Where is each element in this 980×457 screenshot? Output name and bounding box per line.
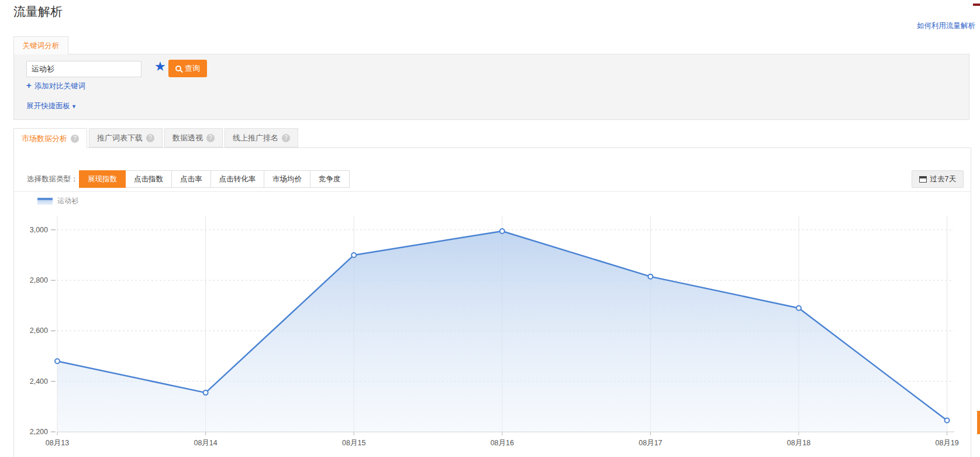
- help-icon[interactable]: ?: [282, 134, 290, 142]
- add-compare-keyword-label: 添加对比关键词: [34, 82, 86, 90]
- feedback-side-tab[interactable]: [977, 411, 980, 434]
- x-axis-label: 08月15: [342, 439, 365, 447]
- tab-online-promo-ranking[interactable]: 线上推广排名 ?: [225, 128, 298, 147]
- expand-quick-panel-link[interactable]: 展开快捷面板▼: [26, 101, 77, 111]
- tab-online-promo-ranking-label: 线上推广排名: [233, 129, 278, 147]
- x-axis-label: 08月19: [935, 439, 958, 447]
- query-button[interactable]: 查询: [168, 60, 207, 77]
- caret-down-icon: ▼: [71, 104, 77, 109]
- help-icon[interactable]: ?: [146, 134, 154, 142]
- y-axis-label: 2,600: [30, 327, 48, 335]
- tab-data-pivot[interactable]: 数据透视 ?: [164, 128, 223, 147]
- market-data-panel: 选择数据类型： 展现指数 点击指数 点击率 点击转化率 市场均价 竞争度 过去7…: [13, 147, 971, 457]
- data-point[interactable]: [796, 306, 801, 311]
- y-axis-label: 2,400: [30, 377, 48, 386]
- help-icon[interactable]: ?: [206, 134, 215, 142]
- y-axis-label: 2,800: [30, 276, 48, 284]
- tab-market-data-analysis-label: 市场数据分析: [22, 129, 67, 147]
- help-link[interactable]: 如何利用流量解析: [917, 21, 975, 31]
- data-point[interactable]: [945, 418, 950, 423]
- star-icon[interactable]: ★: [154, 59, 166, 75]
- keyword-panel: ★ 查询 +添加对比关键词 展开快捷面板▼: [13, 54, 969, 120]
- x-axis-label: 08月17: [639, 439, 662, 447]
- help-icon[interactable]: ?: [71, 135, 79, 143]
- data-point[interactable]: [203, 390, 208, 395]
- search-icon: [175, 66, 181, 71]
- add-compare-keyword-link[interactable]: +添加对比关键词: [26, 80, 85, 91]
- tab-data-pivot-label: 数据透视: [172, 129, 203, 147]
- data-point[interactable]: [55, 359, 60, 363]
- y-axis-label: 2,200: [30, 428, 48, 436]
- traffic-line-chart[interactable]: 08月1308月1408月1508月1608月1708月1808月192,200…: [14, 148, 971, 457]
- x-axis-label: 08月13: [46, 439, 69, 447]
- query-button-label: 查询: [185, 63, 200, 74]
- data-point[interactable]: [648, 274, 653, 279]
- x-axis-label: 08月14: [194, 439, 217, 447]
- x-axis-label: 08月16: [491, 439, 514, 447]
- tab-keyword-analysis[interactable]: 关键词分析: [13, 36, 68, 54]
- tab-market-data-analysis[interactable]: 市场数据分析 ?: [13, 128, 87, 148]
- edge-marker-top: [973, 4, 980, 6]
- x-axis-label: 08月18: [787, 439, 810, 447]
- traffic-analysis-page: 流量解析 如何利用流量解析 关键词分析 ★ 查询 +添加对比关键词 展开快捷面板…: [0, 0, 980, 457]
- series-area-fill: [57, 231, 947, 432]
- data-point[interactable]: [500, 229, 505, 233]
- tab-keyword-analysis-label: 关键词分析: [23, 42, 60, 50]
- data-point[interactable]: [351, 253, 356, 257]
- plus-icon: +: [26, 80, 32, 90]
- tab-promo-wordlist-download-label: 推广词表下载: [97, 129, 143, 147]
- data-type-impression-index[interactable]: 展现指数: [79, 170, 126, 188]
- keyword-input[interactable]: [26, 61, 142, 77]
- section-tabs: 市场数据分析 ? 推广词表下载 ? 数据透视 ? 线上推广排名 ?: [13, 128, 300, 148]
- y-axis-label: 3,000: [30, 226, 48, 234]
- page-title: 流量解析: [13, 4, 63, 20]
- expand-quick-panel-label: 展开快捷面板: [26, 102, 70, 110]
- tab-promo-wordlist-download[interactable]: 推广词表下载 ?: [89, 128, 163, 147]
